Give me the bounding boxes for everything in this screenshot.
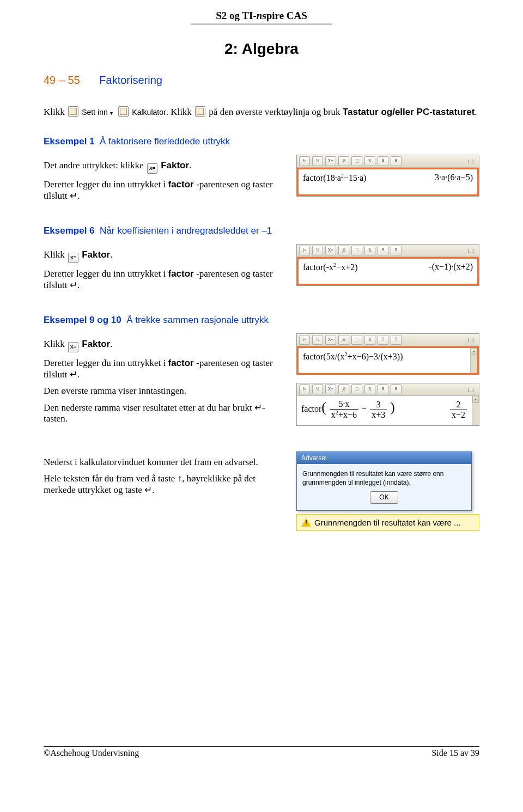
ex6-line2-a: Deretter legger du inn uttrykket i xyxy=(44,268,166,279)
footer-rule xyxy=(44,746,479,747)
ex9-line2: Deretter legger du inn uttrykket i facto… xyxy=(44,358,283,380)
calc-panel-ex1: f× ½ X= ∫d ⎕ X ⠿ ⠿ 1.1 factor(18·a2−15·a… xyxy=(296,155,479,197)
scrollbar[interactable]: ▲ xyxy=(472,396,479,425)
toolbar-btn-icon[interactable]: f× xyxy=(299,384,310,394)
calc-toolbar-ex1: f× ½ X= ∫d ⎕ X ⠿ ⠿ 1.1 xyxy=(297,155,479,168)
example-6-title: Eksempel 6 Når koeffisienten i andregrad… xyxy=(44,225,479,236)
toolbar-btn-icon[interactable]: ⎕ xyxy=(351,246,362,255)
ex1-line2-a: Deretter legger du inn uttrykket i xyxy=(44,179,166,190)
toolbar-btn-icon[interactable]: f× xyxy=(299,246,310,255)
intro-period: . xyxy=(475,107,477,117)
ex6-klikk: Klikk xyxy=(44,249,65,260)
example-1-title: Eksempel 1 Å faktorisere flerleddede utt… xyxy=(44,136,479,147)
calc-toolbar-ex9a: f× ½ X= ∫d ⎕ X ⠿ ⠿ 1.1 xyxy=(297,334,479,346)
ex9-factor-word: factor xyxy=(168,358,193,368)
scrollbar[interactable]: ▲ xyxy=(470,348,477,373)
toolbar-btn-icon[interactable]: ⠿ xyxy=(378,335,388,345)
scroll-up-icon[interactable]: ▲ xyxy=(471,348,477,355)
toolbar-btn-icon[interactable]: X= xyxy=(325,335,336,345)
ex1-faktor: Faktor xyxy=(161,160,189,170)
toolbar-btn-icon[interactable]: X xyxy=(364,384,375,394)
header-text-italic: n xyxy=(257,10,263,21)
ex6-line1: Klikk X= Faktor. xyxy=(44,249,283,263)
toolbar-btn-icon[interactable]: ⠿ xyxy=(391,246,402,255)
ex9-line3: Den øverste ramma viser inntastingen. xyxy=(44,386,283,396)
x-equals-icon: X= xyxy=(68,253,78,263)
ex1-title-rest: Å faktorisere flerleddede uttrykk xyxy=(100,136,230,146)
calc-input-ex9b: factor( 5·xx2+x−6 − 3x+3 ) xyxy=(301,399,395,420)
toolbar-btn-icon[interactable]: ½ xyxy=(312,246,323,255)
calc-input-ex6: factor(-x2−x+2) xyxy=(303,262,358,272)
example-9-10-title: Eksempel 9 og 10 Å trekke sammen rasjona… xyxy=(44,315,479,326)
x-equals-icon: X= xyxy=(68,342,78,352)
toolbar-btn-icon[interactable]: X xyxy=(364,156,375,166)
toolbar-btn-icon[interactable]: ⠿ xyxy=(391,156,402,166)
section-name: Faktorisering xyxy=(99,74,162,86)
toolbar-btn-icon[interactable]: ½ xyxy=(312,335,323,345)
ex6-factor-word: factor xyxy=(168,268,193,279)
toolbar-btn-icon[interactable]: X= xyxy=(325,246,336,255)
toolbar-btn-icon[interactable]: ⎕ xyxy=(351,335,362,345)
toolbar-btn-icon[interactable]: X= xyxy=(325,156,336,166)
warning-bar-text: Grunnmengden til resultatet kan være ... xyxy=(314,518,460,527)
toolbar-btn-icon[interactable]: ⠿ xyxy=(378,384,388,394)
toolbar-btn-icon[interactable]: ⠿ xyxy=(391,384,402,394)
calc-body-ex1: factor(18·a2−15·a) 3·a·(6·a−5) xyxy=(297,168,479,196)
warning-dialog: Advarsel Grunnmengden til resultatet kan… xyxy=(296,451,472,511)
page-header-title: S2 og TI-nspire CAS xyxy=(44,10,479,22)
x-equals-icon: X= xyxy=(147,163,157,174)
ex6-line2: Deretter legger du inn uttrykket i facto… xyxy=(44,268,283,291)
intro-dot: . Klikk xyxy=(166,107,192,117)
calc-toolbar-ex9b: f× ½ X= ∫d ⎕ X ⠿ ⠿ 1.1 xyxy=(297,383,479,396)
ex6-title-rest: Når koeffisienten i andregradsleddet er … xyxy=(100,225,272,236)
toolbar-btn-icon[interactable]: f× xyxy=(299,156,310,166)
ex1-factor-word: factor xyxy=(168,179,193,190)
toolbar-btn-icon[interactable]: ∫d xyxy=(338,246,349,255)
calc-panel-ex9b: f× ½ X= ∫d ⎕ X ⠿ ⠿ 1.1 ▲ facto xyxy=(296,383,479,426)
toolbar-btn-icon[interactable]: ∫d xyxy=(338,384,349,394)
ex1-line1-text: Det andre uttrykket: klikke xyxy=(44,160,144,170)
warning-text-2: Hele teksten får du fram ved å taste ↑, … xyxy=(44,473,283,496)
settinn-label: Sett inn ▾ xyxy=(82,108,112,117)
ex1-line1-period: . xyxy=(189,160,191,170)
toolbar-btn-icon[interactable]: ⠿ xyxy=(378,246,388,255)
tab-indicator: 1.1 xyxy=(467,386,477,393)
toolbar-btn-icon[interactable]: ⠿ xyxy=(378,156,388,166)
ok-button[interactable]: OK xyxy=(370,491,398,503)
ex6-faktor: Faktor xyxy=(82,249,110,260)
tab-indicator: 1.1 xyxy=(467,337,477,343)
ex9-title-bold: Eksempel 9 og 10 xyxy=(44,315,121,325)
calc-toolbar-ex6: f× ½ X= ∫d ⎕ X ⠿ ⠿ 1.1 xyxy=(297,245,479,257)
toolbar-btn-icon[interactable]: ∫d xyxy=(338,335,349,345)
section-number: 49 – 55 xyxy=(44,74,80,86)
footer-copyright: ©Aschehoug Undervisning xyxy=(44,748,139,758)
calculator-icon xyxy=(118,106,129,117)
toolbar-btn-icon[interactable]: ∫d xyxy=(338,156,349,166)
footer-page-number: Side 15 av 39 xyxy=(431,748,479,758)
toolbar-btn-icon[interactable]: X= xyxy=(325,384,336,394)
header-underline xyxy=(191,23,332,25)
calc-input-ex9a: factor(5x/(x2+x−6)−3/(x+3)) xyxy=(303,351,403,362)
toolbar-btn-icon[interactable]: f× xyxy=(299,335,310,345)
dialog-title: Advarsel xyxy=(297,452,471,464)
calc-body-ex6: factor(-x2−x+2) -(x−1)·(x+2) xyxy=(297,257,479,285)
chapter-title: 2: Algebra xyxy=(44,40,479,58)
intro-tastatur: Tastatur og/eller PC-tastaturet xyxy=(343,107,475,117)
toolbar-btn-icon[interactable]: ½ xyxy=(312,384,323,394)
kalkulator-label: Kalkulator xyxy=(132,108,166,117)
ex9-klikk: Klikk xyxy=(44,339,65,349)
toolbar-btn-icon[interactable]: ⠿ xyxy=(391,335,402,345)
ex9-line2-a: Deretter legger du inn uttrykket i xyxy=(44,358,166,368)
ex1-line1: Det andre uttrykket: klikke X= Faktor. xyxy=(44,160,283,174)
toolbar-btn-icon[interactable]: ⎕ xyxy=(351,384,362,394)
toolbar-btn-icon[interactable]: X xyxy=(364,335,375,345)
scroll-up-icon[interactable]: ▲ xyxy=(472,396,479,403)
ex9-title-rest: Å trekke sammen rasjonale uttrykk xyxy=(126,315,269,325)
toolbar-btn-icon[interactable]: ½ xyxy=(312,156,323,166)
calc-panel-ex9a: f× ½ X= ∫d ⎕ X ⠿ ⠿ 1.1 ▲ facto xyxy=(296,333,479,375)
warning-status-bar: Grunnmengden til resultatet kan være ... xyxy=(296,514,479,531)
toolbar-button-icon xyxy=(195,106,205,117)
toolbar-btn-icon[interactable]: X xyxy=(364,246,375,255)
toolbar-btn-icon[interactable]: ⎕ xyxy=(351,156,362,166)
calc-body-ex9b: ▲ factor( 5·xx2+x−6 − 3x+3 ) 2x−2 xyxy=(297,396,479,425)
